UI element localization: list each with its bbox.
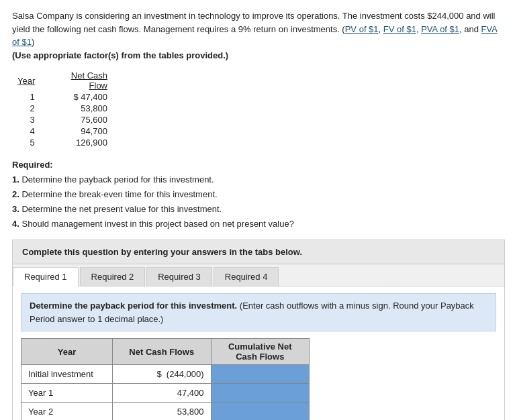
- req-item-3: 3. Determine the net present value for t…: [12, 204, 222, 214]
- cum-input-year2[interactable]: [218, 405, 303, 418]
- th-year: Year: [21, 339, 113, 365]
- th-cum: Cumulative Net Cash Flows: [211, 339, 310, 365]
- cf-year-4: 4: [12, 125, 52, 137]
- cf-val-2: 53,800: [52, 103, 113, 114]
- row-ncf-initial: $ (244,000): [113, 365, 211, 384]
- cf-header-year: Year: [12, 70, 52, 91]
- row-label-year2: Year 2: [21, 403, 113, 420]
- cum-input-initial[interactable]: [218, 368, 303, 380]
- cum-input-year1[interactable]: [218, 386, 303, 399]
- cf-row-5: 5 126,900: [12, 137, 113, 148]
- cf-row-1: 1 $ 47,400: [12, 91, 113, 103]
- dollar-sign: $: [156, 369, 166, 379]
- cf-val-4: 94,700: [52, 125, 113, 137]
- row-cum-year1[interactable]: [211, 384, 310, 403]
- cf-row-4: 4 94,700: [12, 125, 113, 137]
- intro-paragraph: Salsa Company is considering an investme…: [12, 9, 505, 62]
- row-ncf-year1: 47,400: [113, 384, 211, 403]
- pva-link[interactable]: PVA of $1: [421, 24, 459, 34]
- tab-required-2[interactable]: Required 2: [80, 267, 146, 286]
- row-cum-year2[interactable]: [211, 403, 310, 420]
- req-item-4: 4. Should management invest in this proj…: [12, 219, 294, 229]
- complete-text: Complete this question by entering your …: [22, 247, 302, 257]
- tab-content-required-1: Determine the payback period for this in…: [13, 286, 504, 420]
- table-row-year2: Year 2 53,800: [21, 403, 310, 420]
- cash-flow-table: Year Net Cash Flow 1 $ 47,400 2 53,800 3…: [12, 70, 113, 148]
- cf-val-1: $ 47,400: [52, 91, 113, 103]
- cf-row-2: 2 53,800: [12, 103, 113, 114]
- instruction-box: Determine the payback period for this in…: [21, 293, 496, 331]
- use-appropriate: (Use appropriate factor(s) from the tabl…: [12, 50, 228, 60]
- table-row-initial: Initial investment $ (244,000): [21, 365, 310, 384]
- th-ncf: Net Cash Flows: [113, 339, 211, 365]
- data-entry-table: Year Net Cash Flows Cumulative Net Cash …: [21, 338, 310, 420]
- req-item-2: 2. Determine the break-even time for thi…: [12, 189, 218, 199]
- tabs-row: Required 1 Required 2 Required 3 Require…: [13, 264, 504, 286]
- row-ncf-year2: 53,800: [113, 403, 211, 420]
- tabs-container: Required 1 Required 2 Required 3 Require…: [12, 264, 505, 420]
- cf-row-3: 3 75,600: [12, 114, 113, 125]
- cf-year-2: 2: [12, 103, 52, 114]
- row-label-year1: Year 1: [21, 384, 113, 403]
- tab-required-3[interactable]: Required 3: [146, 267, 212, 286]
- tab-required-4[interactable]: Required 4: [214, 267, 279, 286]
- required-label: Required:: [12, 160, 53, 170]
- cf-val-3: 75,600: [52, 114, 113, 125]
- instruction-bold: Determine the payback period for this in…: [30, 301, 237, 311]
- tab-required-1[interactable]: Required 1: [13, 267, 79, 286]
- cf-header-value: Net Cash Flow: [52, 70, 113, 91]
- required-section: Required: 1. Determine the payback perio…: [12, 158, 505, 231]
- cf-val-5: 126,900: [52, 137, 113, 148]
- table-row-year1: Year 1 47,400: [21, 384, 310, 403]
- row-label-initial: Initial investment: [21, 365, 113, 384]
- cf-year-3: 3: [12, 114, 52, 125]
- cf-year-5: 5: [12, 137, 52, 148]
- cf-year-1: 1: [12, 91, 52, 103]
- pv-link[interactable]: PV of $1: [345, 24, 379, 34]
- complete-box: Complete this question by entering your …: [12, 240, 505, 264]
- fv-link[interactable]: FV of $1: [383, 24, 416, 34]
- row-cum-initial[interactable]: [211, 365, 310, 384]
- req-item-1: 1. Determine the payback period for this…: [12, 174, 214, 185]
